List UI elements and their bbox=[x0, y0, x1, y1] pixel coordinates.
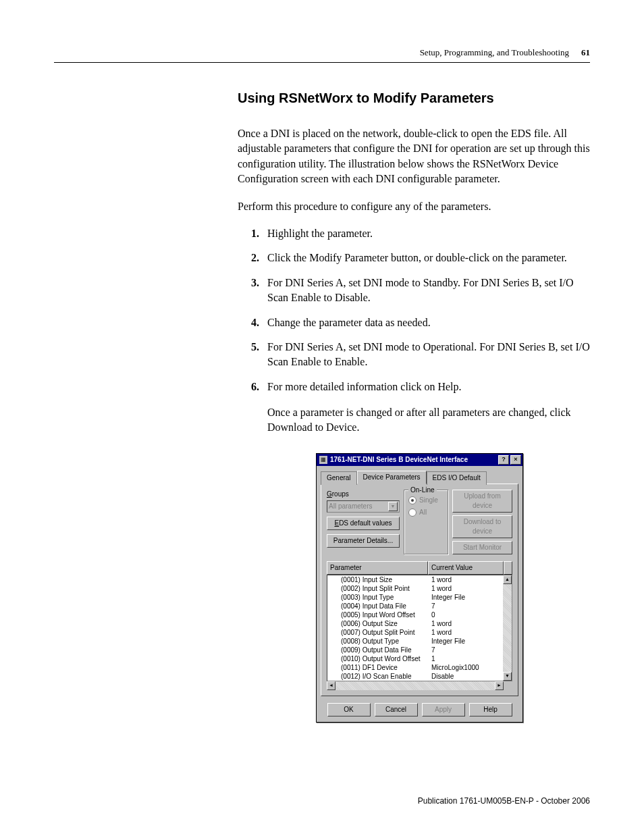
ok-button[interactable]: OK bbox=[327, 703, 371, 716]
step-2: Click the Modify Parameter button, or do… bbox=[251, 251, 590, 265]
table-row[interactable]: (0005) Input Word Offset0 bbox=[327, 610, 512, 619]
intro-paragraph-2: Perform this procedure to configure any … bbox=[238, 199, 590, 214]
radio-all-label: All bbox=[419, 508, 427, 517]
radio-single-label: Single bbox=[419, 496, 438, 505]
param-cell: (0002) Input Split Point bbox=[327, 584, 429, 593]
table-row[interactable]: (0002) Input Split Point1 word bbox=[327, 584, 512, 593]
step-4: Change the parameter data as needed. bbox=[251, 315, 590, 330]
col-parameter[interactable]: Parameter bbox=[327, 561, 428, 575]
scroll-left-icon[interactable]: ◄ bbox=[327, 681, 336, 690]
tab-device-parameters[interactable]: Device Parameters bbox=[357, 471, 427, 484]
scroll-htrack[interactable] bbox=[336, 681, 495, 690]
grid-header: Parameter Current Value bbox=[327, 561, 512, 575]
step-5: For DNI Series A, set DNI mode to Operat… bbox=[251, 340, 590, 370]
online-legend: On-Line bbox=[408, 486, 437, 495]
grid-rows: (0001) Input Size1 word(0002) Input Spli… bbox=[327, 575, 512, 681]
table-row[interactable]: (0004) Input Data File7 bbox=[327, 602, 512, 610]
chevron-down-icon: ▼ bbox=[388, 502, 398, 511]
table-row[interactable]: (0011) DF1 DeviceMicroLogix1000 bbox=[327, 663, 512, 672]
cancel-button[interactable]: Cancel bbox=[375, 703, 418, 716]
parameter-grid: (0001) Input Size1 word(0002) Input Spli… bbox=[327, 575, 512, 681]
radio-single[interactable]: Single bbox=[408, 496, 444, 505]
step-6: For more detailed information click on H… bbox=[251, 380, 590, 394]
param-cell: (0012) I/O Scan Enable bbox=[327, 672, 429, 681]
param-cell: (0005) Input Word Offset bbox=[327, 610, 429, 619]
scroll-down-icon[interactable]: ▼ bbox=[503, 672, 512, 681]
param-cell: (0006) Output Size bbox=[327, 619, 429, 628]
param-cell: (0009) Output Data File bbox=[327, 646, 429, 654]
publication-footer: Publication 1761-UM005B-EN-P - October 2… bbox=[418, 796, 590, 806]
tab-general[interactable]: General bbox=[321, 471, 357, 485]
parameter-details-button[interactable]: Parameter Details... bbox=[327, 534, 400, 548]
param-cell: (0010) Output Word Offset bbox=[327, 654, 429, 663]
step-3: For DNI Series A, set DNI mode to Standb… bbox=[251, 276, 590, 306]
param-cell: (0003) Input Type bbox=[327, 593, 429, 602]
groups-combo-value: All parameters bbox=[329, 502, 372, 511]
apply-button[interactable]: Apply bbox=[422, 703, 465, 716]
tab-eds-io-default[interactable]: EDS I/O Default bbox=[427, 471, 487, 485]
vertical-scrollbar[interactable]: ▲ ▼ bbox=[503, 575, 512, 681]
param-cell: (0001) Input Size bbox=[327, 575, 429, 584]
online-fieldset: On-Line Single All bbox=[404, 490, 448, 554]
horizontal-scrollbar[interactable]: ◄ ► bbox=[327, 681, 512, 690]
intro-paragraph-1: Once a DNI is placed on the network, dou… bbox=[238, 126, 590, 187]
download-button[interactable]: Download to device bbox=[452, 515, 512, 538]
value-cell: 7 bbox=[429, 602, 512, 610]
tab-panel: Groups All parameters ▼ EDS default valu… bbox=[321, 484, 518, 696]
param-cell: (0004) Input Data File bbox=[327, 602, 429, 610]
procedure-list: Highlight the parameter. Click the Modif… bbox=[238, 226, 590, 394]
table-row[interactable]: (0001) Input Size1 word bbox=[327, 575, 512, 584]
config-dialog: ▦ 1761-NET-DNI Series B DeviceNet Interf… bbox=[316, 453, 523, 723]
value-cell: Integer File bbox=[429, 593, 512, 602]
table-row[interactable]: (0010) Output Word Offset1 bbox=[327, 654, 512, 663]
tab-strip: General Device Parameters EDS I/O Defaul… bbox=[321, 471, 518, 484]
groups-combo[interactable]: All parameters ▼ bbox=[327, 500, 400, 513]
table-row[interactable]: (0012) I/O Scan EnableDisable bbox=[327, 672, 512, 681]
page-number: 61 bbox=[581, 47, 590, 58]
value-cell: 1 bbox=[429, 654, 512, 663]
value-cell: Integer File bbox=[429, 637, 512, 646]
radio-icon bbox=[408, 509, 417, 517]
table-row[interactable]: (0006) Output Size1 word bbox=[327, 619, 512, 628]
scroll-corner bbox=[504, 681, 512, 690]
scroll-right-icon[interactable]: ► bbox=[495, 681, 504, 690]
start-monitor-button[interactable]: Start Monitor bbox=[452, 541, 512, 554]
col-value[interactable]: Current Value bbox=[428, 561, 504, 575]
table-row[interactable]: (0003) Input TypeInteger File bbox=[327, 593, 512, 602]
groups-label: Groups bbox=[327, 490, 400, 499]
table-row[interactable]: (0009) Output Data File7 bbox=[327, 646, 512, 654]
value-cell: 1 word bbox=[429, 619, 512, 628]
help-button[interactable]: Help bbox=[469, 703, 512, 716]
table-row[interactable]: (0008) Output TypeInteger File bbox=[327, 637, 512, 646]
value-cell: 1 word bbox=[429, 628, 512, 637]
scroll-up-icon[interactable]: ▲ bbox=[503, 575, 512, 584]
value-cell: MicroLogix1000 bbox=[429, 663, 512, 672]
radio-all[interactable]: All bbox=[408, 508, 444, 517]
value-cell: 0 bbox=[429, 610, 512, 619]
help-button-icon[interactable]: ? bbox=[498, 455, 509, 465]
table-row[interactable]: (0007) Output Split Point1 word bbox=[327, 628, 512, 637]
dialog-title: 1761-NET-DNI Series B DeviceNet Interfac… bbox=[330, 455, 497, 465]
radio-icon bbox=[408, 496, 417, 504]
col-spacer bbox=[504, 561, 512, 575]
value-cell: 7 bbox=[429, 646, 512, 654]
chapter-title: Setup, Programming, and Troubleshooting bbox=[420, 47, 569, 58]
titlebar: ▦ 1761-NET-DNI Series B DeviceNet Interf… bbox=[317, 454, 522, 466]
section-heading: Using RSNetWorx to Modify Parameters bbox=[238, 88, 590, 107]
step-1: Highlight the parameter. bbox=[251, 226, 590, 241]
param-cell: (0008) Output Type bbox=[327, 637, 429, 646]
param-cell: (0011) DF1 Device bbox=[327, 663, 429, 672]
followup-paragraph: Once a parameter is changed or after all… bbox=[238, 405, 590, 436]
value-cell: 1 word bbox=[429, 584, 512, 593]
value-cell: Disable bbox=[429, 672, 512, 681]
eds-default-button[interactable]: EDS default values bbox=[327, 517, 400, 530]
close-icon[interactable]: × bbox=[510, 455, 521, 465]
app-icon: ▦ bbox=[319, 456, 327, 464]
scroll-track[interactable] bbox=[503, 584, 512, 672]
upload-button[interactable]: Upload from device bbox=[452, 490, 512, 513]
value-cell: 1 word bbox=[429, 575, 512, 584]
param-cell: (0007) Output Split Point bbox=[327, 628, 429, 637]
